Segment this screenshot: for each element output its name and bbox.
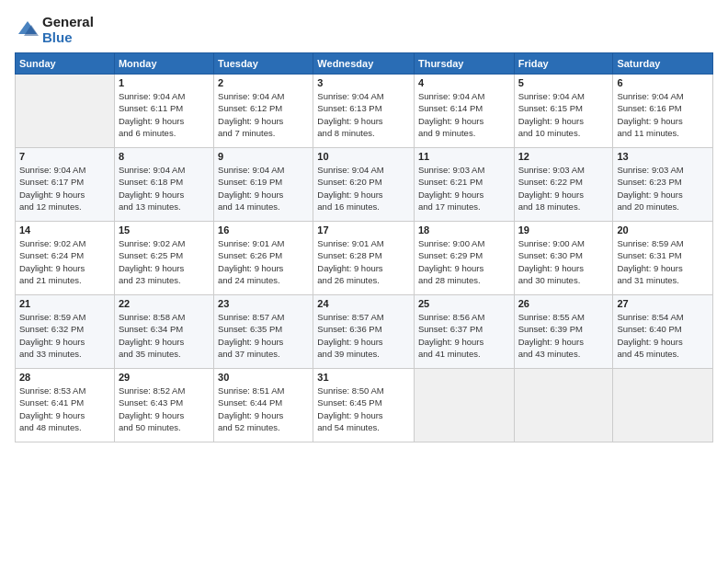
day-number: 24 (317, 298, 410, 309)
calendar-cell: 3Sunrise: 9:04 AM Sunset: 6:13 PM Daylig… (313, 75, 415, 148)
day-number: 30 (218, 372, 309, 383)
day-info: Sunrise: 9:04 AM Sunset: 6:20 PM Dayligh… (317, 164, 410, 213)
calendar-cell: 28Sunrise: 8:53 AM Sunset: 6:41 PM Dayli… (16, 369, 115, 442)
day-info: Sunrise: 8:50 AM Sunset: 6:45 PM Dayligh… (317, 385, 410, 433)
day-number: 16 (218, 224, 309, 236)
day-number: 7 (19, 151, 110, 162)
day-number: 21 (19, 298, 110, 309)
day-number: 11 (418, 151, 510, 162)
day-info: Sunrise: 8:57 AM Sunset: 6:35 PM Dayligh… (218, 311, 309, 360)
day-info: Sunrise: 9:04 AM Sunset: 6:15 PM Dayligh… (518, 90, 609, 139)
day-info: Sunrise: 8:52 AM Sunset: 6:43 PM Dayligh… (119, 385, 210, 433)
calendar-cell: 5Sunrise: 9:04 AM Sunset: 6:15 PM Daylig… (514, 75, 613, 148)
calendar-cell: 6Sunrise: 9:04 AM Sunset: 6:16 PM Daylig… (613, 75, 713, 148)
day-info: Sunrise: 8:53 AM Sunset: 6:41 PM Dayligh… (19, 385, 110, 433)
calendar-cell: 13Sunrise: 9:03 AM Sunset: 6:23 PM Dayli… (613, 148, 713, 222)
calendar-cell: 21Sunrise: 8:59 AM Sunset: 6:32 PM Dayli… (16, 295, 115, 369)
day-number: 8 (119, 151, 210, 162)
day-number: 15 (119, 224, 210, 236)
day-number: 25 (418, 298, 510, 309)
calendar-cell: 15Sunrise: 9:02 AM Sunset: 6:25 PM Dayli… (114, 222, 213, 295)
day-info: Sunrise: 9:03 AM Sunset: 6:22 PM Dayligh… (518, 164, 609, 213)
day-info: Sunrise: 9:04 AM Sunset: 6:16 PM Dayligh… (617, 90, 709, 139)
calendar-cell: 20Sunrise: 8:59 AM Sunset: 6:31 PM Dayli… (613, 222, 713, 295)
day-info: Sunrise: 9:04 AM Sunset: 6:19 PM Dayligh… (218, 164, 309, 213)
day-info: Sunrise: 9:04 AM Sunset: 6:12 PM Dayligh… (218, 90, 309, 139)
calendar-cell (414, 369, 514, 442)
day-info: Sunrise: 9:04 AM Sunset: 6:13 PM Dayligh… (317, 90, 410, 139)
calendar-cell: 22Sunrise: 8:58 AM Sunset: 6:34 PM Dayli… (114, 295, 213, 369)
weekday-header-row: SundayMondayTuesdayWednesdayThursdayFrid… (16, 53, 713, 75)
weekday-header-saturday: Saturday (613, 53, 713, 75)
day-info: Sunrise: 9:04 AM Sunset: 6:17 PM Dayligh… (19, 164, 110, 213)
weekday-header-friday: Friday (514, 53, 613, 75)
day-number: 19 (518, 224, 609, 236)
calendar-cell: 17Sunrise: 9:01 AM Sunset: 6:28 PM Dayli… (313, 222, 415, 295)
day-number: 27 (617, 298, 709, 309)
day-number: 2 (218, 77, 309, 88)
day-info: Sunrise: 9:00 AM Sunset: 6:30 PM Dayligh… (518, 237, 609, 286)
day-number: 28 (19, 372, 110, 383)
day-info: Sunrise: 9:02 AM Sunset: 6:25 PM Dayligh… (119, 237, 210, 286)
day-number: 14 (19, 224, 110, 236)
logo: General Blue (15, 15, 94, 45)
calendar-cell: 8Sunrise: 9:04 AM Sunset: 6:18 PM Daylig… (114, 148, 213, 222)
week-row-2: 7Sunrise: 9:04 AM Sunset: 6:17 PM Daylig… (16, 148, 713, 222)
calendar-cell: 16Sunrise: 9:01 AM Sunset: 6:26 PM Dayli… (214, 222, 313, 295)
day-number: 10 (317, 151, 410, 162)
day-number: 26 (518, 298, 609, 309)
day-info: Sunrise: 9:04 AM Sunset: 6:18 PM Dayligh… (119, 164, 210, 213)
day-number: 12 (518, 151, 609, 162)
day-info: Sunrise: 9:04 AM Sunset: 6:14 PM Dayligh… (418, 90, 510, 139)
day-info: Sunrise: 8:56 AM Sunset: 6:37 PM Dayligh… (418, 311, 510, 360)
day-number: 23 (218, 298, 309, 309)
day-info: Sunrise: 8:58 AM Sunset: 6:34 PM Dayligh… (119, 311, 210, 360)
weekday-header-monday: Monday (114, 53, 213, 75)
week-row-4: 21Sunrise: 8:59 AM Sunset: 6:32 PM Dayli… (16, 295, 713, 369)
day-number: 13 (617, 151, 709, 162)
day-number: 17 (317, 224, 410, 236)
calendar-cell: 29Sunrise: 8:52 AM Sunset: 6:43 PM Dayli… (114, 369, 213, 442)
week-row-3: 14Sunrise: 9:02 AM Sunset: 6:24 PM Dayli… (16, 222, 713, 295)
calendar-cell: 1Sunrise: 9:04 AM Sunset: 6:11 PM Daylig… (114, 75, 213, 148)
calendar-cell: 2Sunrise: 9:04 AM Sunset: 6:12 PM Daylig… (214, 75, 313, 148)
calendar-cell: 9Sunrise: 9:04 AM Sunset: 6:19 PM Daylig… (214, 148, 313, 222)
weekday-header-wednesday: Wednesday (313, 53, 415, 75)
day-number: 6 (617, 77, 709, 88)
logo-icon (15, 17, 40, 43)
calendar-cell: 26Sunrise: 8:55 AM Sunset: 6:39 PM Dayli… (514, 295, 613, 369)
day-info: Sunrise: 8:57 AM Sunset: 6:36 PM Dayligh… (317, 311, 410, 360)
calendar-cell: 7Sunrise: 9:04 AM Sunset: 6:17 PM Daylig… (16, 148, 115, 222)
page: General Blue SundayMondayTuesdayWednesda… (0, 0, 728, 563)
weekday-header-tuesday: Tuesday (214, 53, 313, 75)
calendar-cell (16, 75, 115, 148)
calendar-table: SundayMondayTuesdayWednesdayThursdayFrid… (15, 52, 713, 442)
header: General Blue (15, 15, 713, 45)
day-number: 3 (317, 77, 410, 88)
calendar-cell: 23Sunrise: 8:57 AM Sunset: 6:35 PM Dayli… (214, 295, 313, 369)
day-number: 4 (418, 77, 510, 88)
day-info: Sunrise: 9:01 AM Sunset: 6:28 PM Dayligh… (317, 237, 410, 286)
calendar-cell: 11Sunrise: 9:03 AM Sunset: 6:21 PM Dayli… (414, 148, 514, 222)
day-info: Sunrise: 8:59 AM Sunset: 6:32 PM Dayligh… (19, 311, 110, 360)
day-info: Sunrise: 9:03 AM Sunset: 6:21 PM Dayligh… (418, 164, 510, 213)
calendar-cell: 25Sunrise: 8:56 AM Sunset: 6:37 PM Dayli… (414, 295, 514, 369)
calendar-cell: 12Sunrise: 9:03 AM Sunset: 6:22 PM Dayli… (514, 148, 613, 222)
day-info: Sunrise: 9:04 AM Sunset: 6:11 PM Dayligh… (119, 90, 210, 139)
weekday-header-thursday: Thursday (414, 53, 514, 75)
day-number: 20 (617, 224, 709, 236)
day-info: Sunrise: 8:54 AM Sunset: 6:40 PM Dayligh… (617, 311, 709, 360)
weekday-header-sunday: Sunday (16, 53, 115, 75)
day-info: Sunrise: 9:01 AM Sunset: 6:26 PM Dayligh… (218, 237, 309, 286)
day-info: Sunrise: 8:55 AM Sunset: 6:39 PM Dayligh… (518, 311, 609, 360)
day-number: 31 (317, 372, 410, 383)
calendar-cell (613, 369, 713, 442)
day-number: 18 (418, 224, 510, 236)
calendar-cell: 24Sunrise: 8:57 AM Sunset: 6:36 PM Dayli… (313, 295, 415, 369)
calendar-cell: 31Sunrise: 8:50 AM Sunset: 6:45 PM Dayli… (313, 369, 415, 442)
day-number: 9 (218, 151, 309, 162)
calendar-cell: 4Sunrise: 9:04 AM Sunset: 6:14 PM Daylig… (414, 75, 514, 148)
day-info: Sunrise: 9:03 AM Sunset: 6:23 PM Dayligh… (617, 164, 709, 213)
calendar-cell: 19Sunrise: 9:00 AM Sunset: 6:30 PM Dayli… (514, 222, 613, 295)
calendar-cell: 10Sunrise: 9:04 AM Sunset: 6:20 PM Dayli… (313, 148, 415, 222)
